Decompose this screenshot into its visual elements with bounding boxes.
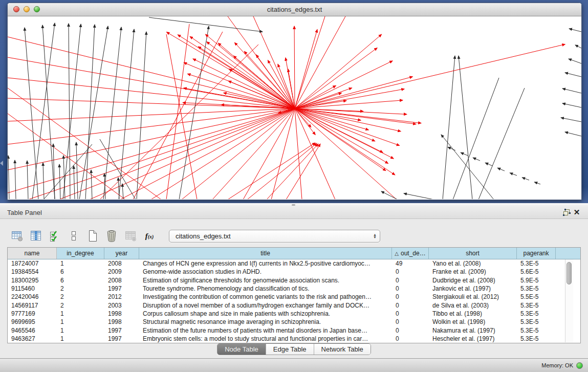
delete-table-button[interactable] [105,229,118,243]
red-edge[interactable] [295,45,565,108]
black-edge[interactable] [122,184,123,199]
column-header-title[interactable]: title [139,248,392,259]
network-canvas[interactable] [8,16,581,199]
table-row[interactable]: 969969511998Structural magnetic resonanc… [8,318,580,326]
black-edge[interactable] [562,89,581,93]
table-vertical-scrollbar[interactable] [565,259,573,342]
red-edge[interactable] [166,24,189,199]
red-edge[interactable] [8,108,295,193]
black-edge[interactable] [441,135,494,199]
black-edge[interactable] [565,132,581,136]
table-row[interactable]: 1938455462009Genome-wide association stu… [8,268,580,276]
black-edge[interactable] [63,24,81,199]
float-panel-button[interactable] [561,208,572,217]
red-edge[interactable] [295,88,352,108]
black-edge[interactable] [103,27,121,199]
black-edge[interactable] [497,168,505,171]
black-edge[interactable] [76,142,78,199]
red-edge[interactable] [295,61,393,108]
scrollbar-thumb[interactable] [567,262,572,285]
red-edge[interactable] [295,108,394,159]
table-row[interactable]: 946554611997Estimation of the future num… [8,326,580,334]
black-edge[interactable] [74,166,75,199]
red-edge[interactable] [133,32,223,199]
black-edge[interactable] [43,163,44,199]
black-edge[interactable] [522,178,529,180]
table-selector-dropdown[interactable]: citations_edges.txt ▲▼ [169,230,380,243]
column-visibility-button[interactable] [29,229,42,243]
black-edge[interactable] [461,152,468,156]
window-close-button[interactable] [13,6,19,12]
table-row[interactable]: 946362711997Embryonic stem cells: a mode… [8,335,580,343]
red-edge[interactable] [28,108,295,199]
red-edge[interactable] [190,36,295,108]
red-edge[interactable] [244,51,295,108]
column-header-year[interactable]: year [104,248,139,259]
network-window-titlebar[interactable]: citations_edges.txt [8,3,581,16]
black-edge[interactable] [510,173,517,176]
tab-node-table[interactable]: Node Table [217,344,266,355]
red-edge[interactable] [247,143,317,199]
black-edge[interactable] [381,191,398,199]
red-edge[interactable] [59,108,295,199]
merge-rows-button[interactable] [67,229,80,243]
red-edge[interactable] [295,89,404,108]
black-edge[interactable] [69,24,70,199]
red-edge[interactable] [295,30,317,108]
black-edge[interactable] [404,193,434,199]
tab-network-table[interactable]: Network Table [314,344,371,355]
black-edge[interactable] [15,160,16,199]
black-edge[interactable] [453,78,499,199]
red-edge[interactable] [294,26,295,108]
column-header-short[interactable]: short [429,248,517,259]
tab-edge-table[interactable]: Edge Table [266,344,314,355]
window-minimize-button[interactable] [24,6,30,12]
black-edge[interactable] [575,45,581,48]
red-edge[interactable] [100,45,258,199]
window-zoom-button[interactable] [34,6,40,12]
black-edge[interactable] [569,29,581,32]
black-edge[interactable] [565,73,581,77]
new-table-button[interactable] [86,229,99,243]
column-header-pagerank[interactable]: pagerank [517,248,556,259]
red-edge[interactable] [267,144,318,199]
panel-splitter[interactable] [0,203,588,206]
red-edge[interactable] [228,143,315,199]
select-columns-button[interactable] [48,229,61,243]
black-edge[interactable] [562,103,581,107]
red-edge[interactable] [253,16,295,108]
red-edge[interactable] [286,58,295,108]
table-row[interactable]: 1872400712008Changes of HCN gene express… [8,259,580,268]
black-edge[interactable] [91,170,92,199]
black-edge[interactable] [459,56,472,199]
black-edge[interactable] [25,28,38,199]
black-edge[interactable] [485,163,492,166]
black-edge[interactable] [79,26,108,199]
black-edge[interactable] [478,88,525,199]
black-edge[interactable] [149,17,263,32]
table-row[interactable]: 1830029562008Estimation of significance … [8,276,580,285]
black-edge[interactable] [42,25,55,199]
black-edge[interactable] [443,56,455,199]
column-header-name[interactable]: name [8,248,57,259]
red-edge[interactable] [295,108,397,199]
table-row[interactable]: 911546021997Tourette syndrome. Phenomeno… [8,285,580,293]
column-header-in_degree[interactable]: in_degree [57,248,104,259]
black-edge[interactable] [85,25,95,199]
table-row[interactable]: 2242004622012Investigating the contribut… [8,293,580,301]
black-edge[interactable] [473,158,480,161]
table-row[interactable]: 977716911998Corpus callosum shape and si… [8,310,580,318]
red-edge[interactable] [295,16,325,108]
black-edge[interactable] [569,59,581,63]
red-edge[interactable] [178,35,295,108]
collapsed-panel-handle[interactable] [0,161,3,166]
red-edge[interactable] [286,144,320,199]
black-edge[interactable] [534,182,540,184]
red-edge[interactable] [8,98,295,108]
red-edge[interactable] [295,34,382,108]
red-edge[interactable] [295,48,377,108]
black-edge[interactable] [561,118,581,122]
function-builder-button[interactable]: f(x) [143,229,156,243]
memory-ok-indicator-icon[interactable] [576,362,583,369]
red-edge[interactable] [271,108,295,199]
